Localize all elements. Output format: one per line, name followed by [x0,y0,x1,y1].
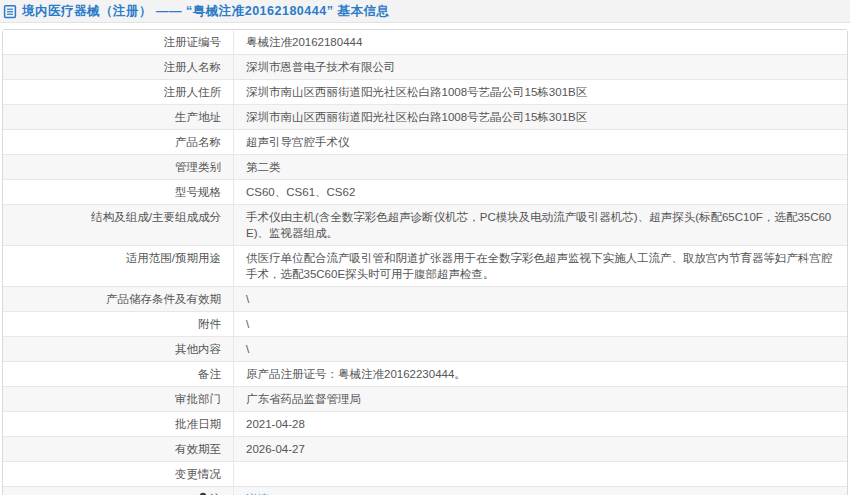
row-value: 粤械注准20162180444 [234,30,847,54]
row-label: 其他内容 [3,337,234,361]
row-value: 广东省药品监督管理局 [234,387,847,411]
row-value [234,462,847,486]
table-row: 批准日期2021-04-28 [3,411,847,436]
row-label: 注册人名称 [3,55,234,79]
table-row: 审批部门广东省药品监督管理局 [3,386,847,411]
row-value: \ [234,287,847,311]
row-value: 原产品注册证号：粤械注准20162230444。 [234,362,847,386]
table-row: 有效期至2026-04-27 [3,436,847,461]
table-row: 附件\ [3,311,847,336]
table-row: 产品名称超声引导宫腔手术仪 [3,129,847,154]
row-label: 适用范围/预期用途 [3,246,234,286]
table-row: 结构及组成/主要组成成分手术仪由主机(含全数字彩色超声诊断仪机芯，PC模块及电动… [3,204,847,245]
row-value: 第二类 [234,155,847,179]
table-row: 产品储存条件及有效期\ [3,286,847,311]
page-title: 境内医疗器械（注册） —— “粤械注准20162180444” 基本信息 [22,3,389,20]
row-label: 有效期至 [3,437,234,461]
row-label: 管理类别 [3,155,234,179]
info-table: 注册证编号粤械注准20162180444注册人名称深圳市恩普电子技术有限公司注册… [2,29,848,495]
row-value: 深圳市恩普电子技术有限公司 [234,55,847,79]
row-label: 审批部门 [3,387,234,411]
row-value: CS60、CS61、CS62 [234,180,847,204]
row-value: 深圳市南山区西丽街道阳光社区松白路1008号艺晶公司15栋301B区 [234,105,847,129]
row-label: 附件 [3,312,234,336]
table-row: 管理类别第二类 [3,154,847,179]
table-row: 适用范围/预期用途供医疗单位配合流产吸引管和阴道扩张器用于在全数字彩色超声监视下… [3,245,847,286]
row-label: 产品储存条件及有效期 [3,287,234,311]
row-value: \ [234,312,847,336]
table-row: 生产地址深圳市南山区西丽街道阳光社区松白路1008号艺晶公司15栋301B区 [3,104,847,129]
row-label: 型号规格 [3,180,234,204]
table-row: 变更情况 [3,461,847,486]
row-value: 供医疗单位配合流产吸引管和阴道扩张器用于在全数字彩色超声监视下实施人工流产、取放… [234,246,847,286]
page-header: 境内医疗器械（注册） —— “粤械注准20162180444” 基本信息 [0,0,850,23]
row-value: \ [234,337,847,361]
table-row: 注册人名称深圳市恩普电子技术有限公司 [3,54,847,79]
row-value: 超声引导宫腔手术仪 [234,130,847,154]
table-row: 注详情 [3,486,847,495]
row-label: 注册证编号 [3,30,234,54]
row-label: 生产地址 [3,105,234,129]
row-label: 产品名称 [3,130,234,154]
table-row: 注册证编号粤械注准20162180444 [3,30,847,54]
document-icon [3,4,17,19]
row-label: 备注 [3,362,234,386]
row-label: 注册人住所 [3,80,234,104]
table-row: 型号规格CS60、CS61、CS62 [3,179,847,204]
row-value: 2021-04-28 [234,412,847,436]
row-label: 变更情况 [3,462,234,486]
row-value: 手术仪由主机(含全数字彩色超声诊断仪机芯，PC模块及电动流产吸引器机芯)、超声探… [234,205,847,245]
row-label: 注 [3,487,234,495]
row-value: 深圳市南山区西丽街道阳光社区松白路1008号艺晶公司15栋301B区 [234,80,847,104]
table-row: 其他内容\ [3,336,847,361]
table-row: 注册人住所深圳市南山区西丽街道阳光社区松白路1008号艺晶公司15栋301B区 [3,79,847,104]
row-value: 详情 [234,487,847,495]
row-value: 2026-04-27 [234,437,847,461]
row-label: 结构及组成/主要组成成分 [3,205,234,245]
row-label: 批准日期 [3,412,234,436]
table-row: 备注原产品注册证号：粤械注准20162230444。 [3,361,847,386]
